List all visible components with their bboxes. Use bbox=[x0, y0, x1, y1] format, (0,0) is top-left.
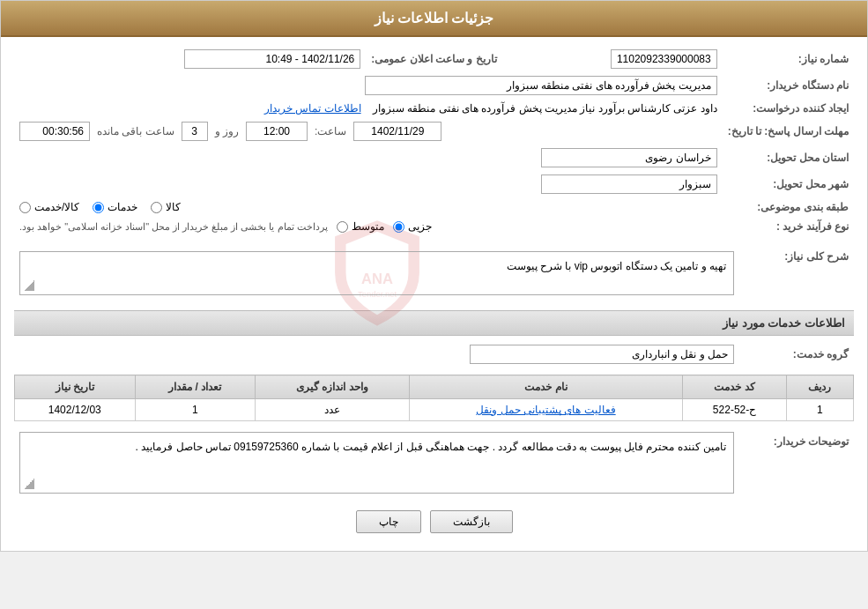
deadline-date-field: 1402/11/29 bbox=[353, 122, 441, 141]
deadline-time-field: 12:00 bbox=[246, 122, 308, 141]
buyer-desc-text: تامین کننده محترم فایل پیوست به دقت مطال… bbox=[136, 441, 726, 453]
buyer-desc-table: توضیحات خریدار: تامین کننده محترم فایل پ… bbox=[14, 428, 854, 497]
deadline-days-field: 3 bbox=[182, 122, 208, 141]
buyer-desc-value: تامین کننده محترم فایل پیوست به دقت مطال… bbox=[14, 428, 739, 497]
table-row: 1 ح-52-522 فعالیت های پشتیبانی حمل ونقل … bbox=[15, 399, 854, 421]
purchase-type-label: نوع فرآیند خرید : bbox=[723, 217, 854, 236]
description-label: شرح کلی نیاز: bbox=[739, 243, 854, 303]
col-qty: تعداد / مقدار bbox=[135, 375, 255, 399]
buyer-desc-label: توضیحات خریدار: bbox=[739, 428, 854, 497]
col-unit: واحد اندازه گیری bbox=[255, 375, 409, 399]
province-field: خراسان رضوی bbox=[541, 148, 717, 167]
content-area: شماره نیاز: 1102092339000083 تاریخ و ساع… bbox=[1, 37, 867, 551]
category-label: طبقه بندی موضوعی: bbox=[723, 197, 854, 217]
buyer-org-label: نام دستگاه خریدار: bbox=[723, 72, 854, 99]
category-khadamat-label: خدمات bbox=[108, 201, 137, 213]
cell-qty: 1 bbox=[135, 399, 255, 421]
city-field: سبزوار bbox=[541, 175, 717, 194]
province-label: استان محل تحویل: bbox=[723, 145, 854, 171]
service-group-field: حمل و نقل و انبارداری bbox=[470, 345, 734, 364]
service-group-table: گروه خدمت: حمل و نقل و انبارداری bbox=[14, 341, 854, 368]
services-table: ردیف کد خدمت نام خدمت واحد اندازه گیری ت… bbox=[14, 375, 854, 421]
cell-name: فعالیت های پشتیبانی حمل ونقل bbox=[409, 399, 683, 421]
cell-date: 1402/12/03 bbox=[15, 399, 136, 421]
service-group-value: حمل و نقل و انبارداری bbox=[14, 341, 739, 368]
category-khadamat: خدمات bbox=[93, 201, 137, 213]
deadline-label: مهلت ارسال پاسخ: تا تاریخ: bbox=[723, 118, 854, 145]
top-info-table: شماره نیاز: 1102092339000083 تاریخ و ساع… bbox=[14, 46, 854, 236]
date-label: تاریخ و ساعت اعلان عمومی: bbox=[366, 46, 501, 72]
creator-text: داود عزتی کارشناس برآورد نیاز مدیریت پخش… bbox=[373, 102, 717, 115]
category-kala-khadamat-radio[interactable] bbox=[19, 202, 31, 213]
contact-info-link[interactable]: اطلاعات تماس خریدار bbox=[264, 102, 361, 115]
cell-code: ح-52-522 bbox=[683, 399, 787, 421]
purchase-type-jozii-radio[interactable] bbox=[393, 221, 404, 233]
page-title: جزئیات اطلاعات نیاز bbox=[1, 1, 867, 37]
description-area: ANA Tender.net تهیه و تامین یک دستگاه ات… bbox=[19, 247, 734, 300]
buyer-org-value: مدیریت پخش فرآورده های نفتی منطقه سبزوار bbox=[14, 72, 723, 99]
category-kala-label: کالا bbox=[166, 201, 181, 213]
city-value: سبزوار bbox=[14, 171, 723, 197]
need-number-value: 1102092339000083 bbox=[502, 46, 723, 72]
col-radif: ردیف bbox=[786, 375, 853, 399]
purchase-type-note: پرداخت تمام یا بخشی از مبلغ خریدار از مح… bbox=[19, 221, 328, 233]
print-button[interactable]: چاپ bbox=[356, 510, 421, 533]
description-text-box: تهیه و تامین یک دستگاه اتوبوس vip با شرح… bbox=[19, 251, 734, 295]
description-text: تهیه و تامین یک دستگاه اتوبوس vip با شرح… bbox=[507, 260, 726, 272]
purchase-type-options: پرداخت تمام یا بخشی از مبلغ خریدار از مح… bbox=[14, 217, 723, 236]
buyer-desc-box: تامین کننده محترم فایل پیوست به دقت مطال… bbox=[19, 432, 734, 494]
back-button[interactable]: بازگشت bbox=[430, 510, 513, 533]
purchase-type-motavasset-label: متوسط bbox=[352, 220, 384, 233]
remaining-label: ساعت باقی مانده bbox=[97, 125, 174, 137]
creator-label: ایجاد کننده درخواست: bbox=[723, 99, 854, 118]
purchase-type-motavasset-radio[interactable] bbox=[337, 221, 348, 233]
category-options: کالا/خدمت خدمات کالا bbox=[14, 197, 723, 217]
province-value: خراسان رضوی bbox=[14, 145, 723, 171]
buttons-row: بازگشت چاپ bbox=[14, 510, 854, 533]
services-section-header: اطلاعات خدمات مورد نیاز bbox=[14, 310, 854, 336]
cell-unit: عدد bbox=[255, 399, 409, 421]
need-number-label: شماره نیاز: bbox=[723, 46, 854, 72]
creator-value: داود عزتی کارشناس برآورد نیاز مدیریت پخش… bbox=[14, 99, 723, 118]
cell-radif: 1 bbox=[786, 399, 853, 421]
category-khadamat-radio[interactable] bbox=[93, 202, 104, 213]
service-group-label: گروه خدمت: bbox=[739, 341, 854, 368]
need-number-field: 1102092339000083 bbox=[611, 49, 717, 69]
deadline-row: 00:30:56 ساعت باقی مانده 3 روز و 12:00 س… bbox=[14, 118, 723, 145]
col-name: نام خدمت bbox=[409, 375, 683, 399]
description-value: ANA Tender.net تهیه و تامین یک دستگاه ات… bbox=[14, 243, 739, 303]
col-date: تاریخ نیاز bbox=[15, 375, 136, 399]
date-field: 1402/11/26 - 10:49 bbox=[184, 49, 360, 69]
description-table: شرح کلی نیاز: ANA Tender.net تهیه و تامی… bbox=[14, 243, 854, 303]
time-label: ساعت: bbox=[315, 125, 346, 137]
category-kala-khadamat-label: کالا/خدمت bbox=[34, 201, 79, 213]
purchase-type-motavasset: متوسط bbox=[337, 220, 384, 233]
category-kala-radio[interactable] bbox=[151, 202, 162, 213]
col-code: کد خدمت bbox=[683, 375, 787, 399]
days-label: روز و bbox=[215, 125, 239, 137]
city-label: شهر محل تحویل: bbox=[723, 171, 854, 197]
date-value: 1402/11/26 - 10:49 bbox=[14, 46, 366, 72]
category-kala: کالا bbox=[151, 201, 181, 213]
page-wrapper: جزئیات اطلاعات نیاز شماره نیاز: 11020923… bbox=[0, 0, 868, 552]
purchase-type-jozii-label: جزیی bbox=[408, 220, 432, 233]
buyer-org-field: مدیریت پخش فرآورده های نفتی منطقه سبزوار bbox=[365, 76, 717, 95]
purchase-type-jozii: جزیی bbox=[393, 220, 432, 233]
remaining-time-field: 00:30:56 bbox=[19, 122, 90, 141]
category-kala-khadamat: کالا/خدمت bbox=[19, 201, 79, 213]
